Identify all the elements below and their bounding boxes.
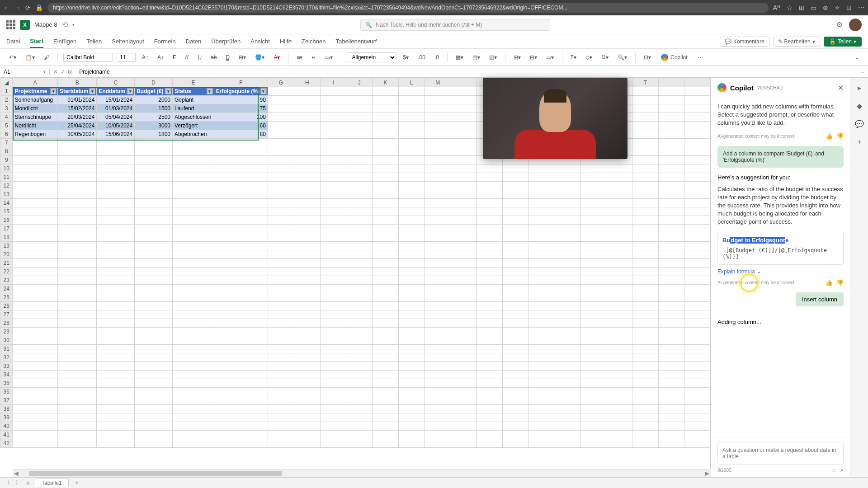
cell[interactable] xyxy=(580,285,606,293)
cell[interactable] xyxy=(97,379,135,388)
cell[interactable] xyxy=(173,302,214,310)
cell[interactable] xyxy=(398,190,425,199)
cell[interactable] xyxy=(13,431,58,439)
cell[interactable] xyxy=(294,328,320,336)
cell[interactable] xyxy=(503,207,528,216)
cell[interactable] xyxy=(58,371,97,379)
cell[interactable] xyxy=(214,405,268,413)
cell[interactable] xyxy=(580,336,606,345)
cell[interactable] xyxy=(606,293,632,302)
cell[interactable] xyxy=(214,396,268,405)
cell[interactable] xyxy=(580,190,606,199)
cell[interactable] xyxy=(658,164,684,173)
thumbs-down-icon[interactable]: 👎 xyxy=(836,133,844,140)
row-header[interactable]: 10 xyxy=(0,164,13,173)
cell[interactable] xyxy=(476,396,502,405)
cell[interactable] xyxy=(135,422,173,431)
cell[interactable] xyxy=(398,164,425,173)
font-color-icon[interactable]: A▾ xyxy=(271,53,283,62)
cell[interactable] xyxy=(398,173,425,182)
table-cell[interactable]: 3000 xyxy=(135,122,173,130)
cell[interactable] xyxy=(346,216,373,225)
fx-icon[interactable]: fx xyxy=(68,69,72,75)
cell[interactable] xyxy=(294,379,320,388)
cell[interactable] xyxy=(684,310,710,319)
cell[interactable] xyxy=(425,225,451,233)
cell[interactable] xyxy=(294,147,320,156)
cell[interactable] xyxy=(214,199,268,207)
cell[interactable] xyxy=(606,242,632,250)
cell[interactable] xyxy=(294,285,320,293)
cell[interactable] xyxy=(476,422,502,431)
cell[interactable] xyxy=(658,379,684,388)
cell[interactable] xyxy=(580,319,606,328)
expand-formula-icon[interactable]: ⌄ xyxy=(857,69,868,74)
cell[interactable] xyxy=(632,190,658,199)
cell[interactable] xyxy=(528,345,554,353)
cell[interactable] xyxy=(97,139,135,147)
cell[interactable] xyxy=(580,207,606,216)
cell[interactable] xyxy=(398,276,425,285)
cell[interactable] xyxy=(632,319,658,328)
cell[interactable] xyxy=(58,207,97,216)
cell[interactable] xyxy=(658,267,684,276)
cell[interactable] xyxy=(658,388,684,396)
tab-start[interactable]: Start xyxy=(30,35,43,48)
col-header[interactable]: M xyxy=(425,78,451,87)
cell[interactable] xyxy=(173,319,214,328)
cell[interactable] xyxy=(476,225,502,233)
cell[interactable] xyxy=(632,250,658,259)
cell[interactable] xyxy=(632,431,658,439)
cell[interactable] xyxy=(214,362,268,371)
row-header[interactable]: 17 xyxy=(0,225,13,233)
cell[interactable] xyxy=(373,207,399,216)
cell[interactable] xyxy=(476,207,502,216)
cell[interactable] xyxy=(373,439,399,448)
cell[interactable] xyxy=(554,250,580,259)
cell[interactable] xyxy=(135,147,173,156)
cell[interactable] xyxy=(425,353,451,362)
cell[interactable] xyxy=(173,371,214,379)
tab-teilen[interactable]: Teilen xyxy=(86,35,102,47)
cell[interactable] xyxy=(373,293,399,302)
cell[interactable] xyxy=(13,302,58,310)
cell[interactable] xyxy=(528,259,554,267)
cell[interactable] xyxy=(214,233,268,242)
refresh-icon[interactable]: ⟳ xyxy=(25,4,31,11)
table-cell[interactable]: Regenbogen xyxy=(13,130,58,139)
cell[interactable] xyxy=(13,439,58,448)
row-header[interactable]: 35 xyxy=(0,379,13,388)
cell[interactable] xyxy=(451,439,476,448)
cell[interactable] xyxy=(398,199,425,207)
cell[interactable] xyxy=(373,413,399,422)
double-underline-button[interactable]: D̳ xyxy=(223,53,232,62)
cell[interactable] xyxy=(13,156,58,164)
cell[interactable] xyxy=(346,396,373,405)
cell[interactable] xyxy=(658,285,684,293)
table-cell[interactable]: 01/03/2024 xyxy=(97,104,135,113)
cell[interactable] xyxy=(58,156,97,164)
cell[interactable] xyxy=(528,233,554,242)
cell[interactable] xyxy=(476,190,502,199)
cell[interactable] xyxy=(173,439,214,448)
tab-formeln[interactable]: Formeln xyxy=(154,35,176,47)
cell[interactable] xyxy=(135,379,173,388)
cell[interactable] xyxy=(425,207,451,216)
cell[interactable] xyxy=(320,173,346,182)
cell[interactable] xyxy=(135,439,173,448)
cell[interactable] xyxy=(658,199,684,207)
table-cell[interactable]: 05/04/2024 xyxy=(97,113,135,122)
cell[interactable] xyxy=(13,225,58,233)
cell[interactable] xyxy=(58,190,97,199)
cell[interactable] xyxy=(528,379,554,388)
cell[interactable] xyxy=(425,310,451,319)
row-header[interactable]: 22 xyxy=(0,267,13,276)
cell[interactable] xyxy=(320,379,346,388)
cell[interactable] xyxy=(658,182,684,190)
cond-format-icon[interactable]: ▦▾ xyxy=(453,53,466,62)
cell[interactable] xyxy=(554,439,580,448)
scroll-right-icon[interactable]: ► xyxy=(703,469,711,478)
cell[interactable] xyxy=(451,173,476,182)
cell[interactable] xyxy=(528,439,554,448)
cell[interactable] xyxy=(13,173,58,182)
